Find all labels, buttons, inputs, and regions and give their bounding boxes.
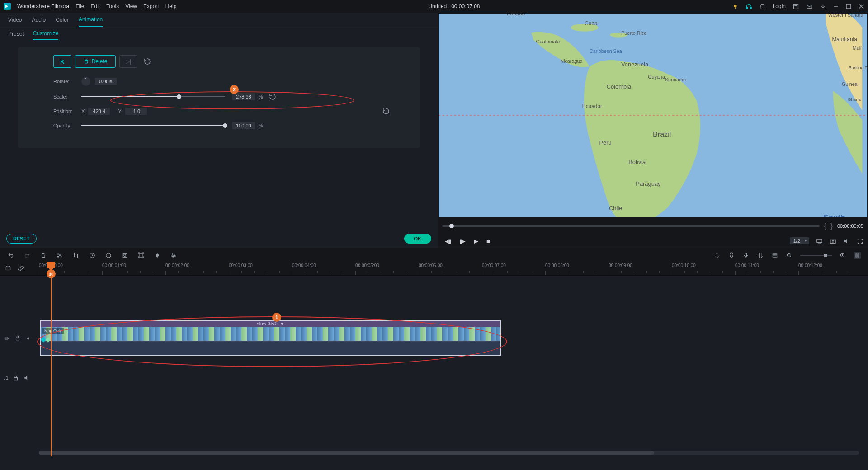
tab-animation[interactable]: Animation — [79, 13, 103, 27]
preview-display-icon[interactable] — [816, 237, 823, 244]
ruler-tick-label: 00:00:06:00 — [419, 263, 443, 268]
position-reset-icon[interactable] — [382, 108, 390, 115]
audio-mute-icon[interactable] — [23, 374, 30, 381]
menu-edit[interactable]: Edit — [91, 3, 100, 9]
minimize-button[interactable] — [833, 3, 839, 9]
mark-in-bracket[interactable]: { — [824, 222, 826, 230]
zoom-slider[interactable] — [800, 255, 832, 256]
preview-viewport[interactable]: Mexico Gulf of Mexico Cuba Puerto Rico G… — [439, 14, 867, 217]
mark-out-bracket[interactable]: } — [830, 222, 833, 230]
position-x-value[interactable]: 428.4 — [88, 108, 110, 115]
link-icon[interactable] — [17, 265, 24, 272]
scale-slider[interactable] — [81, 96, 225, 97]
scale-reset-icon[interactable] — [269, 93, 276, 100]
headphone-icon[interactable] — [745, 3, 753, 10]
zoom-in-icon[interactable] — [839, 252, 846, 259]
redo-icon[interactable] — [24, 252, 31, 259]
render-icon[interactable] — [713, 252, 721, 259]
record-icon[interactable] — [742, 252, 750, 259]
subtab-customize[interactable]: Customize — [33, 28, 59, 40]
preview-ratio-dropdown[interactable]: 1/2 — [790, 237, 809, 244]
scale-value[interactable]: 278.98 — [232, 93, 255, 100]
stop-button[interactable]: ■ — [486, 238, 490, 244]
timeline-ruler[interactable]: 00:00:00:0000:00:01:0000:00:02:0000:00:0… — [0, 262, 868, 276]
volume-icon[interactable] — [843, 237, 850, 244]
maximize-button[interactable] — [845, 3, 852, 9]
svg-text:Guyana: Guyana — [648, 74, 665, 80]
position-y-value[interactable]: -1.0 — [125, 108, 147, 115]
mixer-icon[interactable] — [757, 252, 764, 259]
menu-tools[interactable]: Tools — [106, 3, 119, 9]
green-screen-icon[interactable] — [121, 252, 128, 259]
svg-rect-38 — [816, 239, 821, 243]
mail-icon[interactable] — [806, 3, 813, 10]
rotate-value[interactable]: 0.00iâ — [95, 78, 117, 85]
split-icon[interactable] — [56, 252, 63, 259]
marker-icon[interactable] — [728, 252, 735, 259]
next-frame-button[interactable]: ▮▸ — [459, 238, 466, 244]
timeline-toolbar — [0, 248, 868, 262]
preview-timecode: 00:00:00:05 — [837, 223, 863, 229]
menu-file[interactable]: File — [75, 3, 84, 9]
playhead[interactable] — [51, 262, 52, 456]
subtab-preset[interactable]: Preset — [8, 28, 24, 40]
delete-keyframe-button[interactable]: Delete — [75, 55, 116, 68]
save-icon[interactable] — [792, 3, 799, 10]
next-keyframe-button[interactable]: ▷| — [119, 55, 137, 68]
trash-icon[interactable] — [759, 3, 766, 10]
timeline-scrollbar[interactable] — [39, 451, 859, 455]
video-clip[interactable]: Slow 0.50x ▼ Map Only — [40, 320, 501, 356]
crop-zoom-icon[interactable] — [137, 252, 145, 259]
timeline-menu-icon[interactable] — [5, 265, 12, 272]
ok-button[interactable]: OK — [404, 234, 432, 244]
track-toggle-icon[interactable]: ⊞▾ — [4, 334, 10, 342]
ruler-tick-label: 00:00:12:00 — [798, 263, 822, 268]
delete-icon[interactable] — [40, 252, 47, 259]
menu-export[interactable]: Export — [143, 3, 159, 9]
menu-help[interactable]: Help — [165, 3, 177, 9]
clip-title: Map Only — [42, 328, 64, 334]
opacity-value[interactable]: 100.00 — [232, 122, 255, 129]
tab-audio[interactable]: Audio — [32, 13, 46, 27]
keyframe-marker[interactable] — [45, 337, 50, 342]
svg-rect-4 — [793, 4, 798, 9]
prev-frame-button[interactable]: ◂▮ — [445, 238, 451, 244]
settings-icon[interactable] — [170, 252, 177, 259]
svg-rect-69 — [14, 377, 17, 380]
tab-video[interactable]: Video — [8, 13, 22, 27]
preview-seek-bar[interactable] — [442, 225, 820, 227]
download-icon[interactable] — [819, 3, 826, 10]
ruler-tick-label: 00:00:08:00 — [545, 263, 569, 268]
zoom-out-icon[interactable] — [786, 252, 793, 259]
svg-text:Caribbean Sea: Caribbean Sea — [590, 48, 622, 54]
video-track: ⊞▾ ◂ Slow 0.50x ▼ Map Only — [0, 320, 868, 356]
color-icon[interactable] — [105, 252, 112, 259]
playhead-split-icon[interactable] — [47, 269, 56, 278]
menu-view[interactable]: View — [125, 3, 137, 9]
speed-icon[interactable] — [89, 252, 96, 259]
crop-icon[interactable] — [72, 252, 80, 259]
login-link[interactable]: Login — [773, 3, 786, 9]
close-button[interactable] — [858, 3, 864, 9]
reset-keyframe-icon[interactable] — [144, 58, 151, 65]
track-lock-icon[interactable] — [14, 334, 21, 342]
rotate-dial[interactable] — [81, 77, 90, 86]
tab-color[interactable]: Color — [56, 13, 69, 27]
track-icon[interactable] — [771, 252, 778, 259]
fullscreen-icon[interactable] — [856, 237, 863, 244]
snapshot-icon[interactable] — [829, 237, 836, 244]
bulb-icon[interactable] — [732, 3, 739, 10]
opacity-slider[interactable] — [81, 125, 225, 126]
svg-text:Colombia: Colombia — [607, 83, 632, 90]
zoom-fit-icon[interactable] — [854, 252, 861, 259]
keyframe-icon[interactable] — [154, 252, 161, 259]
reset-button[interactable]: RESET — [6, 234, 37, 244]
svg-text:Guatemala: Guatemala — [536, 39, 560, 44]
track-visibility-icon[interactable]: ◂ — [25, 334, 32, 342]
undo-icon[interactable] — [7, 252, 14, 259]
clip-speed-label[interactable]: Slow 0.50x ▼ — [41, 321, 500, 327]
audio-lock-icon[interactable] — [12, 374, 19, 381]
play-button[interactable]: ▶ — [474, 238, 478, 244]
prev-keyframe-button[interactable]: K — [53, 55, 71, 68]
svg-point-0 — [734, 5, 737, 7]
